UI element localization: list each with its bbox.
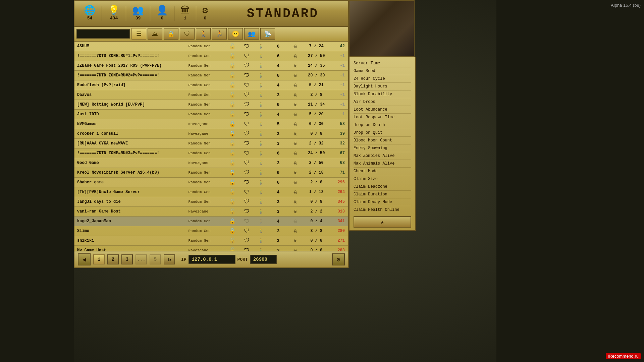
- refresh-button[interactable]: ↻: [164, 254, 175, 264]
- port-input[interactable]: [250, 255, 277, 264]
- server-map: Navezgane: [186, 158, 225, 168]
- tab-signal[interactable]: 📡: [260, 28, 275, 40]
- server-difficulty: 6: [268, 100, 288, 110]
- server-players-icon: 🚶‍♂️: [254, 61, 268, 71]
- server-players: 0 / 30: [303, 119, 330, 129]
- server-difficulty: 6: [268, 178, 288, 187]
- server-name: My Game Host: [74, 246, 186, 252]
- server-shield: 🛡: [240, 197, 254, 207]
- table-row[interactable]: kage2_JapanMap Random Gen 🔒 🛡 🚶 4 ☠ 0 / …: [74, 217, 348, 226]
- server-zombie-icon: ☠: [288, 226, 303, 236]
- tab-walk[interactable]: 🚶: [196, 28, 211, 40]
- table-row[interactable]: Daavos Random Gen 🔓 🛡 🚶‍♂️ 3 ☠ 2 / 8 -1: [74, 90, 348, 100]
- server-difficulty: 6: [268, 42, 288, 51]
- table-row[interactable]: [TW][PVE]Uncle Game Server Random Gen 🔓 …: [74, 187, 348, 197]
- table-row[interactable]: NVMGames Navezgane 🔒 🛡 🚶‍♂️ 5 ☠ 0 / 30 5…: [74, 119, 348, 129]
- server-name: JangJi days to die: [74, 197, 186, 207]
- server-players: 2 / 18: [303, 168, 330, 178]
- server-ping: 68: [330, 158, 348, 168]
- table-row[interactable]: Rudeflesh [PvP|raid] Random Gen 🔓 🛡 🚶‍♂️…: [74, 80, 348, 90]
- page-3-button[interactable]: 3: [121, 254, 133, 264]
- table-row[interactable]: Just 7DTD Random Gen 🔓 🛡 🚶‍♂️ 4 ☠ 5 / 20…: [74, 110, 348, 119]
- server-lock: 🔓: [225, 90, 240, 100]
- detail-cheat-mode: Cheat Mode: [354, 168, 411, 175]
- detail-claim-health: Claim Health Online: [354, 206, 411, 214]
- prev-button[interactable]: ◀: [78, 253, 91, 265]
- table-row[interactable]: shikiki Random Gen 🔓 🛡 🚶‍♂️ 3 ☠ 0 / 8 27…: [74, 236, 348, 246]
- favorite-button[interactable]: ★: [354, 216, 411, 228]
- detail-claim-decay: Claim Decay Mode: [354, 198, 411, 206]
- server-name: Slime: [74, 226, 186, 236]
- server-zombie-icon: ☠: [288, 197, 303, 207]
- server-players-icon: 🚶‍♂️: [254, 71, 268, 80]
- table-row[interactable]: Slime Random Gen 🔒 🛡 🚶‍♂️ 3 ☠ 3 / 8 280: [74, 226, 348, 236]
- server-difficulty: 3: [268, 207, 288, 217]
- server-shield: 🛡: [240, 42, 254, 51]
- tab-list[interactable]: ☰: [131, 28, 146, 40]
- server-players-icon: 🚶‍♂️: [254, 100, 268, 110]
- server-ping: 264: [330, 187, 348, 197]
- ip-input[interactable]: [189, 255, 235, 264]
- server-map: Random Gen: [186, 197, 225, 207]
- table-row[interactable]: [RU]AAAA CYKA newWAVE Random Gen 🔓 🛡 🚶‍♂…: [74, 139, 348, 148]
- server-lock: 🔓: [225, 100, 240, 110]
- detail-air-drops: Air Drops: [354, 98, 411, 106]
- detail-max-animals: Max Animals Alive: [354, 160, 411, 168]
- server-players-icon: 🚶‍♂️: [254, 51, 268, 61]
- gear-icon: ⚙: [202, 6, 208, 16]
- tab-shield[interactable]: 🛡: [180, 28, 195, 40]
- server-ping: 283: [330, 246, 348, 252]
- table-row[interactable]: Kreol_Novosibirsk Server A16.4(b8) Rando…: [74, 168, 348, 178]
- table-row[interactable]: Good Game Navezgane 🔓 🛡 🚶‍♂️ 3 ☠ 2 / 50 …: [74, 158, 348, 168]
- table-row[interactable]: crooker i consull Navezgane 🔒 🛡 🚶‍♂️ 3 ☠…: [74, 129, 348, 139]
- connect-button[interactable]: ⚙: [332, 253, 345, 265]
- page-2-button[interactable]: 2: [107, 254, 119, 264]
- server-zombie-icon: ☠: [288, 139, 303, 148]
- server-name: crooker i consull: [74, 129, 186, 139]
- server-difficulty: 3: [268, 226, 288, 236]
- server-map: Navezgane: [186, 129, 225, 139]
- server-zombie-icon: ☠: [288, 71, 303, 80]
- table-row[interactable]: JangJi days to die Random Gen 🔓 🛡 🚶‍♂️ 3…: [74, 197, 348, 207]
- globe-icon: 🌐: [84, 6, 96, 16]
- server-name: [RU]AAAA CYKA newWAVE: [74, 139, 186, 148]
- tab-face[interactable]: 😐: [228, 28, 243, 40]
- map-preview: [349, 0, 415, 57]
- table-row[interactable]: [NEW] Rotting World [EU/PvP] Random Gen …: [74, 100, 348, 110]
- server-shield: 🛡: [240, 168, 254, 178]
- server-players-icon: 🚶‍♂️: [254, 197, 268, 207]
- server-details: Server Time Game Seed 24 Hour Cycle Dayl…: [349, 57, 416, 231]
- table-row[interactable]: !=======7DTD ZONE=RU#3=PvE=======! Rando…: [74, 148, 348, 158]
- table-row[interactable]: My Game Host Navezgane 🔓 🛡 🚶‍♂️ 3 ☠ 0 / …: [74, 246, 348, 252]
- server-zombie-icon: ☠: [288, 129, 303, 139]
- page-1-button[interactable]: 1: [93, 254, 105, 264]
- server-difficulty: 5: [268, 119, 288, 129]
- server-players: 14 / 35: [303, 61, 330, 71]
- server-players-icon: 🚶: [254, 217, 268, 226]
- recommend-text: iRecommend.ru: [608, 354, 639, 359]
- server-map: Navezgane: [186, 119, 225, 129]
- tab-group[interactable]: 👥: [244, 28, 259, 40]
- server-lock: 🔓: [225, 42, 240, 51]
- person-icon: 👤: [156, 6, 168, 16]
- detail-drop-on-death: Drop on Death: [354, 121, 411, 129]
- table-row[interactable]: Shaber game Random Gen 🔒 🛡 🚶‍♂️ 6 ☠ 2 / …: [74, 178, 348, 187]
- table-row[interactable]: vani-ran Game Host Navezgane 🔓 🛡 🚶‍♂️ 3 …: [74, 207, 348, 217]
- tab-terrain[interactable]: ⛰: [148, 28, 162, 40]
- table-row[interactable]: ZZBase Game Host 2017 RUS (PVP-PVE) Rand…: [74, 61, 348, 71]
- page-5-button[interactable]: 5: [150, 254, 161, 264]
- server-lock: 🔒: [225, 217, 240, 226]
- table-row[interactable]: !=======7DTD ZONE=RU#1=PvP=======! Rando…: [74, 51, 348, 61]
- table-row[interactable]: ASHUM Random Gen 🔓 🛡 🚶‍♂️ 6 ☠ 7 / 24 42: [74, 42, 348, 51]
- detail-server-time: Server Time: [354, 60, 411, 67]
- server-lock: 🔒: [225, 226, 240, 236]
- server-zombie-icon: ☠: [288, 158, 303, 168]
- search-input[interactable]: [76, 29, 130, 39]
- server-ping: 341: [330, 217, 348, 226]
- table-row[interactable]: !=======7DTD ZONE=RU#2=PvP=======! Rando…: [74, 71, 348, 80]
- server-shield: 🛡: [240, 217, 254, 226]
- server-zombie-icon: ☠: [288, 217, 303, 226]
- building-stat: 🏛 1: [174, 6, 196, 21]
- tab-lock[interactable]: 🔒: [164, 28, 178, 40]
- tab-activity[interactable]: 🏃: [212, 28, 227, 40]
